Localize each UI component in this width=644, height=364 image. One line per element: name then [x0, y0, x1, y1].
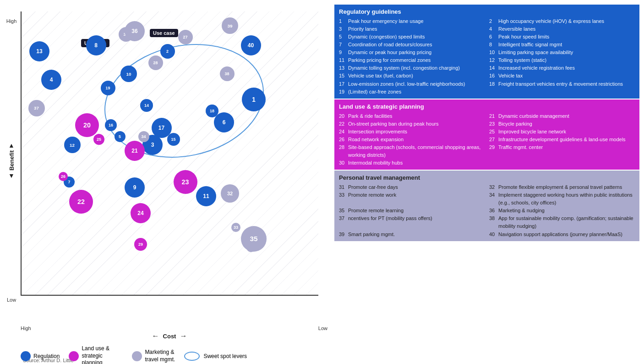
bubble-10: 10	[120, 66, 137, 82]
bubble-4: 4	[41, 70, 61, 90]
bubble-35: 35	[241, 226, 267, 252]
list-item: 22On-street parking ban during peak hour…	[339, 120, 485, 128]
legend-panel: Regulatory guidelines 1Peak hour emergen…	[334, 5, 639, 353]
legend-regulation-label: Regulation	[33, 353, 60, 359]
cost-high-label: High	[21, 325, 31, 331]
list-item: 17Low-emission zones (incl. low-traffic …	[339, 80, 485, 88]
list-item: 37ncentives for PT (mobility pass offers…	[339, 215, 485, 230]
personal-section: Personal travel management 31Promote car…	[334, 171, 639, 241]
regulatory-section: Regulatory guidelines 1Peak hour emergen…	[334, 5, 639, 99]
legend-landuse-label: Land use &strategic planning	[82, 345, 123, 364]
bubble-34: 34	[138, 131, 149, 142]
list-item: 4Reversible lanes	[489, 25, 635, 33]
list-item: 10Limiting parking space availability	[489, 49, 635, 56]
benefit-high-label: High	[6, 18, 17, 24]
bubble-33: 33	[231, 223, 240, 232]
list-item: 24Intersection improvements	[339, 128, 485, 136]
bubble-37: 37	[28, 100, 45, 116]
list-item: 32Promote flexible employment & personal…	[489, 183, 635, 191]
list-item: 27Infrastructure development guidelines …	[489, 136, 635, 143]
bubble-40: 40	[241, 35, 261, 55]
bubble-16: 16	[105, 119, 117, 131]
list-item: 40Navigation support applications (journ…	[489, 231, 635, 238]
list-item: 18Freight transport vehicles entry & mov…	[489, 80, 635, 88]
list-item: 6Peak hour speed limits	[489, 33, 635, 41]
bubble-38: 38	[220, 66, 235, 81]
list-item: 12Tolling system (static)	[489, 56, 635, 64]
list-item: 13Dynamic tolling system (incl. congesti…	[339, 64, 485, 72]
list-item: 7Coordination of road detours/closures	[339, 41, 485, 49]
bubble-21: 21	[125, 141, 145, 161]
chart-panel: High ▲ Benefit ▼ Low 1234567891011121314…	[5, 5, 330, 353]
personal-items-list: 31Promote car-free days32Promote flexibl…	[339, 183, 635, 238]
bubble-17: 17	[152, 118, 172, 138]
list-item: 36Marketing & nudging	[489, 207, 635, 215]
bubble-24: 24	[131, 203, 151, 223]
bubble-11: 11	[196, 186, 216, 206]
benefit-axis-label: Benefit	[8, 150, 15, 171]
bubble-2: 2	[160, 44, 175, 59]
legend-travel-dot	[132, 351, 142, 361]
list-item: 33Promote remote work	[339, 191, 485, 207]
list-item: 38App for sustainable mobility comp. (ga…	[489, 215, 635, 230]
bubble-14: 14	[140, 99, 153, 112]
bubble-28: 28	[148, 55, 163, 70]
bubble-36: 36	[125, 21, 145, 41]
use-case-label-2: Use case	[150, 29, 178, 37]
bubble-27: 27	[178, 30, 193, 44]
personal-title: Personal travel management	[339, 173, 635, 182]
list-item: 9Dynamic or peak hour parking pricing	[339, 49, 485, 56]
bubble-8: 8	[86, 35, 106, 55]
bubble-22: 22	[69, 190, 93, 214]
list-item: 39Smart parking mgmt.	[339, 231, 485, 238]
list-item: 26Road network expansion	[339, 136, 485, 143]
list-item: 31Promote car-free days	[339, 183, 485, 191]
list-item: 19(Limited) car-free zones	[339, 88, 485, 96]
cost-arrow-right: →	[180, 332, 187, 340]
bubble-6: 6	[214, 112, 234, 132]
list-item: 20Park & ride facilities	[339, 112, 485, 120]
benefit-low-label: Low	[7, 297, 16, 303]
bubble-15: 15	[167, 133, 180, 146]
list-item: 35Promote remote learning	[339, 207, 485, 215]
list-item: 15Vehicle use tax (fuel, carbon)	[339, 72, 485, 80]
bubble-23: 23	[174, 170, 197, 194]
list-item: 3Priority lanes	[339, 25, 485, 33]
list-item: 8Intelligent traffic signal mgmt	[489, 41, 635, 49]
list-item: 21Dynamic curbside management	[489, 112, 635, 120]
bubble-19: 19	[101, 81, 115, 95]
list-item: 5Dynamic (congestion) speed limits	[339, 33, 485, 41]
regulatory-title: Regulatory guidelines	[339, 7, 635, 17]
list-item: 11Parking pricing for commercial zones	[339, 56, 485, 64]
legend-landuse-dot	[69, 351, 79, 361]
landuse-title: Land use & strategic planning	[339, 102, 635, 111]
landuse-items-list: 20Park & ride facilities21Dynamic curbsi…	[339, 112, 635, 167]
list-item: 30Intermodal mobility hubs	[339, 159, 485, 167]
chart-legend: Regulation Land use &strategic planning …	[21, 345, 247, 364]
bubble-25: 25	[93, 134, 104, 145]
cost-arrow-left: ←	[152, 332, 159, 340]
list-item: 34Implement staggered working hours with…	[489, 191, 635, 207]
list-item: 25Improved bicycle lane network	[489, 128, 635, 136]
bubble-1: 1	[242, 88, 266, 111]
bubble-20: 20	[75, 113, 99, 137]
list-item: 29Traffic mgmt. center	[489, 143, 635, 159]
list-item: 2High occupancy vehicle (HOV) & express …	[489, 17, 635, 25]
legend-sweetspot-ellipse	[184, 352, 200, 361]
list-item: 23Bicycle parking	[489, 120, 635, 128]
bubble-32: 32	[221, 184, 239, 203]
bubble-5: 5	[115, 131, 126, 142]
bubble-29: 29	[134, 238, 147, 251]
bubble-39: 39	[222, 17, 238, 34]
bubble-13: 13	[29, 41, 49, 61]
legend-sweetspot-label: Sweet spot levers	[203, 353, 247, 359]
regulatory-items-list: 1Peak hour emergency lane usage2High occ…	[339, 17, 635, 95]
legend-travel-label: Marketing &travel mgmt.	[145, 349, 175, 363]
bubble-12: 12	[64, 137, 81, 153]
list-item: 16Vehicle tax	[489, 72, 635, 80]
cost-axis-label: Cost	[163, 333, 176, 340]
bubble-18: 18	[206, 105, 218, 117]
landuse-section: Land use & strategic planning 20Park & r…	[334, 99, 639, 170]
list-item: 1Peak hour emergency lane usage	[339, 17, 485, 25]
list-item: 14Increased vehicle registration fees	[489, 64, 635, 72]
